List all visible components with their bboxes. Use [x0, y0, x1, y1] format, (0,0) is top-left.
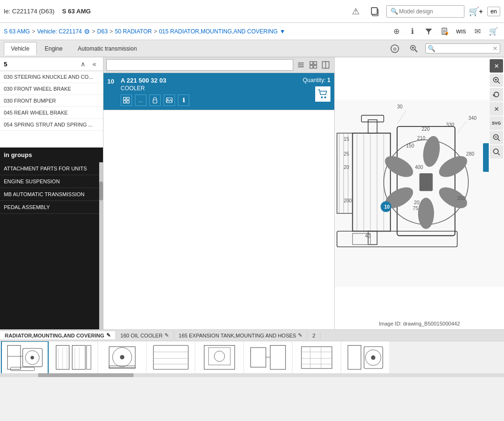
- quantity-value: 1: [327, 77, 330, 84]
- right-panel: ✕ ✕ SVG: [335, 57, 504, 329]
- thumb-tab-2[interactable]: 165 EXPANSION TANK,MOUNTING AND HOSES ✎: [174, 331, 308, 339]
- tab-search-clear-icon[interactable]: ✕: [493, 45, 498, 52]
- thumb-tab-1-edit-icon[interactable]: ✎: [165, 332, 169, 338]
- warning-icon-btn[interactable]: ⚠: [348, 4, 363, 19]
- cart-bc-icon-btn[interactable]: 🛒: [487, 25, 500, 38]
- thumb-tab-3[interactable]: 2: [308, 332, 320, 339]
- thumb-item-4[interactable]: [195, 341, 243, 373]
- nav-item-4[interactable]: 054 SPRING STRUT AND SPRING ...: [0, 119, 103, 131]
- part-lock-icon-btn[interactable]: [149, 95, 161, 106]
- nav-item-0[interactable]: 030 STEERING KNUCKLE AND CO...: [0, 71, 103, 83]
- thumb-tab-0-edit-icon[interactable]: ✎: [106, 332, 111, 338]
- breadcrumb-s63amg[interactable]: S 63 AMG: [4, 28, 30, 35]
- svg-text:15: 15: [344, 137, 350, 142]
- diagram-svg-btn[interactable]: SVG: [490, 116, 503, 130]
- breadcrumb-50radiator[interactable]: 50 RADIATOR: [115, 28, 152, 35]
- part-more-icon-btn[interactable]: ...: [135, 95, 146, 106]
- thumb-item-7[interactable]: [341, 341, 389, 373]
- thumb-item-6[interactable]: [293, 341, 340, 373]
- tab-vehicle[interactable]: Vehicle: [4, 42, 37, 55]
- in-groups-item-3[interactable]: PEDAL ASSEMBLY: [0, 201, 99, 214]
- tabs-bar: Vehicle Engine Automatic transmission ⚙ …: [0, 40, 504, 57]
- model-search-input[interactable]: [399, 8, 461, 15]
- in-groups-item-1[interactable]: ENGINE SUSPENSION: [0, 175, 99, 188]
- part-info-icon-btn[interactable]: ℹ: [178, 95, 189, 106]
- diagram-close-btn[interactable]: ✕: [490, 59, 503, 73]
- svg-point-104: [120, 355, 124, 359]
- add-to-cart-btn[interactable]: [315, 86, 330, 102]
- breadcrumb-vehicle[interactable]: Vehicle: C221174: [37, 28, 82, 35]
- svg-text:75: 75: [412, 206, 418, 211]
- diagram-zoom-out-btn[interactable]: [490, 145, 503, 158]
- center-panel: 10 A 221 500 32 03 COOLER ... ℹ: [103, 57, 335, 329]
- tab-engine[interactable]: Engine: [38, 42, 70, 55]
- svg-point-40: [494, 149, 498, 154]
- tab-search-input[interactable]: [435, 45, 493, 52]
- diagram-side-btn[interactable]: [483, 143, 489, 172]
- thumb-tab-0[interactable]: RADIATOR,MOUNTING,AND COVERING ✎: [0, 331, 116, 339]
- filter-icon-btn[interactable]: [422, 25, 435, 38]
- split-view-icon-btn[interactable]: [320, 59, 331, 71]
- part-image-icon-btn[interactable]: [164, 95, 175, 106]
- tab-search-box[interactable]: 🔍 ✕: [425, 43, 500, 53]
- svg-text:220: 220: [422, 126, 430, 132]
- nav-list: 030 STEERING KNUCKLE AND CO... 030 FRONT…: [0, 71, 103, 147]
- copy-icon-btn[interactable]: [367, 4, 382, 19]
- svg-text:330: 330: [446, 122, 454, 127]
- breadcrumb-sep4: >: [154, 28, 157, 35]
- tab-automatic-transmission[interactable]: Automatic transmission: [71, 42, 144, 55]
- svg-text:20: 20: [344, 165, 350, 170]
- top-bar-right: ⚠ 🔍 🛒+ en: [348, 4, 500, 19]
- nav-item-3[interactable]: 045 REAR WHEEL BRAKE: [0, 107, 103, 119]
- breadcrumb-015[interactable]: 015 RADIATOR,MOUNTING,AND COVERING: [159, 28, 278, 35]
- model-search-box[interactable]: 🔍: [386, 5, 464, 18]
- thumb-item-2[interactable]: [98, 341, 146, 373]
- svg-rect-25: [127, 97, 129, 100]
- doc2-icon-btn[interactable]: WIS: [454, 25, 468, 38]
- mail-icon-btn[interactable]: ✉: [471, 25, 484, 38]
- top-bar-left: le: C221174 (D63) S 63 AMG: [4, 8, 91, 15]
- nav-item-1[interactable]: 030 FRONT WHEEL BRAKE: [0, 83, 103, 95]
- breadcrumb-dropdown-icon[interactable]: ▼: [279, 28, 285, 35]
- in-groups-item-2[interactable]: MB AUTOMATIC TRANSMISSION: [0, 188, 99, 201]
- svg-text:25: 25: [344, 151, 350, 157]
- svg-rect-18: [310, 62, 313, 64]
- in-groups-scrollbar[interactable]: [99, 162, 103, 329]
- zoom-in-icon-btn[interactable]: ⊕: [390, 25, 403, 38]
- in-groups-item-0[interactable]: ATTACHMENT PARTS FOR UNITS: [0, 162, 99, 175]
- thumb-item-5[interactable]: [244, 341, 292, 373]
- part-grid-icon-btn[interactable]: [121, 95, 132, 106]
- diagram-rotate-ccw-btn[interactable]: [490, 88, 503, 101]
- diagram-zoom-full-btn[interactable]: [490, 131, 503, 144]
- vehicle-settings-icon[interactable]: ⚙: [84, 28, 90, 35]
- thumb-tab-2-edit-icon[interactable]: ✎: [298, 332, 302, 338]
- diagram-cross-btn[interactable]: ✕: [490, 102, 503, 116]
- thumb-item-1[interactable]: [50, 341, 97, 373]
- breadcrumb-sep2: >: [92, 28, 95, 35]
- thumbnail-scrollbar[interactable]: [0, 373, 504, 377]
- cart-icon-btn[interactable]: 🛒+: [468, 4, 483, 19]
- thumb-item-3[interactable]: [147, 341, 195, 373]
- diagram-zoom-in-btn[interactable]: [490, 74, 503, 87]
- breadcrumb: S 63 AMG > Vehicle: C221174 ⚙ > D63 > 50…: [4, 28, 285, 35]
- list-view-icon-btn[interactable]: [295, 59, 307, 71]
- svg-text:30: 30: [397, 105, 403, 110]
- svg-text:40: 40: [365, 233, 371, 239]
- svg-rect-42: [335, 100, 504, 287]
- tab-extra-icon2[interactable]: [406, 41, 422, 56]
- collapse-icon-btn[interactable]: ∧: [78, 59, 88, 69]
- parts-search-input[interactable]: [106, 59, 293, 71]
- breadcrumb-d63[interactable]: D63: [97, 28, 108, 35]
- nav-item-2[interactable]: 030 FRONT BUMPER: [0, 95, 103, 107]
- expand-icon-btn[interactable]: «: [90, 59, 99, 69]
- grid-view-icon-btn[interactable]: [308, 59, 319, 71]
- thumb-item-0[interactable]: [1, 341, 49, 373]
- search-icon[interactable]: 🔍: [390, 7, 399, 16]
- svg-point-30: [167, 99, 168, 100]
- tab-extra-icon1[interactable]: ⚙: [387, 41, 402, 56]
- thumb-tab-1[interactable]: 160 OIL COOLER ✎: [116, 331, 174, 339]
- svg-line-14: [415, 50, 417, 52]
- info-icon-btn[interactable]: ℹ: [406, 25, 419, 38]
- doc-icon-btn[interactable]: !: [438, 25, 452, 38]
- tab-search-icon[interactable]: 🔍: [428, 45, 435, 52]
